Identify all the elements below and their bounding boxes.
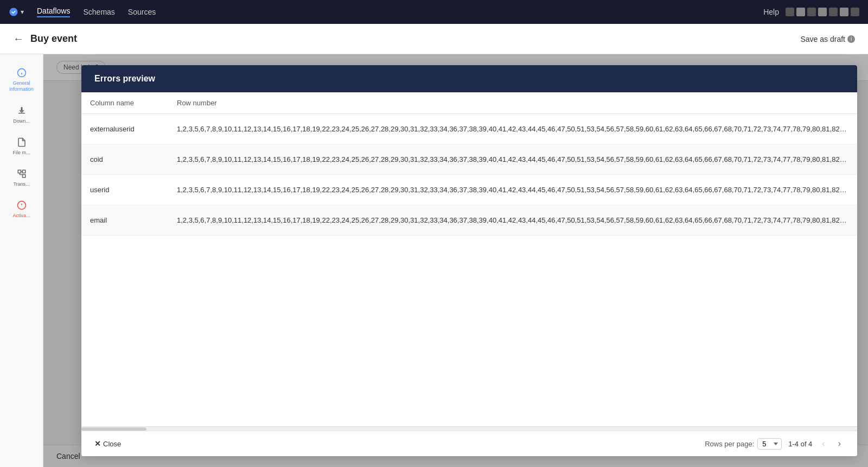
- col-header-column-name: Column name: [81, 92, 168, 114]
- horizontal-scrollbar[interactable]: [81, 426, 857, 431]
- activate-icon: [16, 200, 27, 211]
- cell-row-number: 1,2,3,5,6,7,8,9,10,11,12,13,14,15,16,17,…: [168, 175, 857, 205]
- page-header: ← Buy event Save as draft i: [0, 24, 868, 54]
- table-row: email1,2,3,5,6,7,8,9,10,11,12,13,14,15,1…: [81, 205, 857, 236]
- scroll-thumb: [81, 427, 146, 431]
- rows-per-page-label: Rows per page:: [705, 440, 754, 448]
- nav-icon-7: [851, 8, 859, 16]
- rows-per-page-select[interactable]: 5 10 25 50: [757, 438, 782, 450]
- nav-icons: [786, 8, 859, 16]
- sidebar: General information Down... File m... Tr…: [0, 54, 43, 467]
- cell-column-name: email: [81, 205, 168, 236]
- errors-preview-modal: Errors preview Column name Row number ex…: [81, 65, 857, 456]
- nav-schemas[interactable]: Schemas: [83, 8, 114, 16]
- sidebar-item-file[interactable]: File m...: [0, 132, 43, 160]
- prev-page-button[interactable]: ‹: [819, 438, 828, 450]
- table-row: coid1,2,3,5,6,7,8,9,10,11,12,13,14,15,16…: [81, 144, 857, 175]
- cell-row-number: 1,2,3,5,6,7,8,9,10,11,12,13,14,15,16,17,…: [168, 144, 857, 175]
- sidebar-item-activate[interactable]: Activa...: [0, 195, 43, 223]
- nav-icon-6: [840, 8, 848, 16]
- nav-sources[interactable]: Sources: [128, 8, 156, 16]
- errors-table: Column name Row number externaluserid1,2…: [81, 92, 857, 236]
- cell-column-name: coid: [81, 144, 168, 175]
- nav-icon-5: [829, 8, 838, 16]
- sidebar-item-transform[interactable]: Trans...: [0, 164, 43, 191]
- next-page-button[interactable]: ›: [835, 438, 844, 450]
- info-icon: [16, 67, 27, 78]
- svg-rect-3: [18, 170, 21, 173]
- modal-header: Errors preview: [81, 65, 857, 92]
- cell-column-name: userid: [81, 175, 168, 205]
- sidebar-item-general[interactable]: General information: [0, 63, 43, 97]
- layout: General information Down... File m... Tr…: [0, 54, 868, 467]
- cell-row-number: 1,2,3,5,6,7,8,9,10,11,12,13,14,15,16,17,…: [168, 205, 857, 236]
- nav-dataflows[interactable]: Dataflows: [37, 7, 70, 17]
- nav-icon-2: [796, 8, 805, 16]
- col-header-row-number: Row number: [168, 92, 857, 114]
- table-row: externaluserid1,2,3,5,6,7,8,9,10,11,12,1…: [81, 114, 857, 144]
- back-button[interactable]: ←: [13, 33, 24, 45]
- page-title: Buy event: [30, 33, 77, 45]
- rows-per-page-control: Rows per page: 5 10 25 50: [705, 438, 782, 450]
- cell-row-number: 1,2,3,5,6,7,8,9,10,11,12,13,14,15,16,17,…: [168, 114, 857, 144]
- app-logo: ▾: [9, 4, 24, 20]
- transform-icon: [16, 168, 27, 179]
- nav-icon-3: [807, 8, 816, 16]
- sidebar-item-download[interactable]: Down...: [0, 101, 43, 128]
- nav-icon-4: [818, 8, 827, 16]
- modal-title: Errors preview: [94, 74, 155, 83]
- modal-table[interactable]: Column name Row number externaluserid1,2…: [81, 92, 857, 426]
- save-draft-button[interactable]: Save as draft i: [801, 35, 856, 43]
- modal-footer: ✕ Close Rows per page: 5 10 25 50 1-4 of…: [81, 431, 857, 456]
- help-link[interactable]: Help: [763, 8, 779, 16]
- cell-column-name: externaluserid: [81, 114, 168, 144]
- page-info: 1-4 of 4: [788, 440, 812, 448]
- file-icon: [16, 137, 27, 148]
- svg-rect-4: [22, 170, 25, 173]
- top-nav-right: Help: [763, 8, 859, 16]
- download-icon: [16, 105, 27, 116]
- table-row: userid1,2,3,5,6,7,8,9,10,11,12,13,14,15,…: [81, 175, 857, 205]
- main-content: Need help ? Tasks on this step: 2 Comple…: [43, 54, 868, 467]
- pagination-area: Rows per page: 5 10 25 50 1-4 of 4 ‹ ›: [705, 438, 844, 450]
- svg-rect-5: [22, 174, 25, 177]
- top-nav: ▾ Dataflows Schemas Sources Help: [0, 0, 868, 24]
- nav-icon-1: [786, 8, 794, 16]
- info-icon: i: [847, 35, 855, 43]
- close-button[interactable]: ✕ Close: [94, 439, 121, 448]
